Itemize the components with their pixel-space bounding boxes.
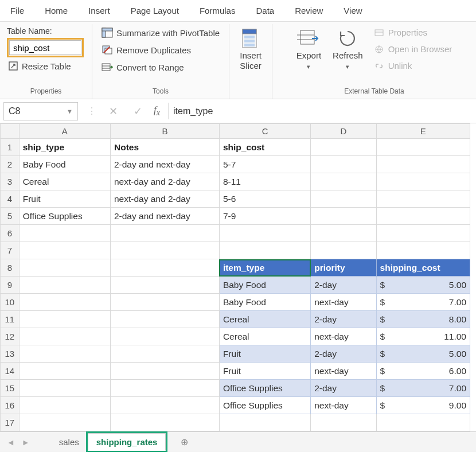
row-header[interactable]: 2 [1,156,19,173]
insert-slicer-button[interactable]: Insert Slicer [234,25,267,71]
row-header[interactable]: 11 [1,311,19,328]
cell[interactable] [110,414,219,431]
row-header[interactable]: 7 [1,242,19,259]
col-header-E[interactable]: E [376,124,470,139]
chevron-down-icon[interactable]: ▼ [67,108,73,115]
cell[interactable] [376,139,470,156]
col-header-A[interactable]: A [19,124,110,139]
cell[interactable]: $9.00 [376,397,470,414]
cell[interactable] [19,328,110,345]
cell[interactable]: $6.00 [376,363,470,380]
cell[interactable]: Cereal [19,173,110,190]
cell[interactable]: $11.00 [376,328,470,345]
menu-review[interactable]: Review [284,3,333,18]
cell[interactable]: next-day and 2-day [110,173,219,190]
cell[interactable]: Office Supplies [219,397,310,414]
cell[interactable]: Office Supplies [19,208,110,225]
fx-icon[interactable]: fx [150,104,168,118]
cell[interactable]: $5.00 [376,277,470,294]
cell[interactable] [19,242,110,259]
cell[interactable] [376,156,470,173]
cell[interactable]: next-day [311,294,376,311]
menu-data[interactable]: Data [245,3,284,18]
menu-view[interactable]: View [333,3,372,18]
row-header[interactable]: 5 [1,208,19,225]
cell[interactable] [219,242,310,259]
cell[interactable] [110,242,219,259]
cell[interactable]: next-day and 2-day [110,190,219,208]
cell[interactable]: $7.00 [376,380,470,397]
tab-nav-prev[interactable]: ◄ [3,437,18,448]
cell[interactable] [219,414,310,431]
cell[interactable] [376,242,470,259]
cell[interactable] [311,225,376,242]
name-box[interactable]: C8 ▼ [3,102,78,120]
cell[interactable] [110,294,219,311]
cell[interactable] [110,225,219,242]
accept-formula-button[interactable]: ✓ [126,105,150,118]
cell[interactable]: Cereal [219,328,310,345]
cell[interactable]: 7-9 [219,208,310,225]
convert-range-button[interactable]: Convert to Range [100,61,221,73]
cell-selected[interactable]: item_type [219,259,310,277]
row-header[interactable]: 4 [1,190,19,208]
row-header[interactable]: 15 [1,380,19,397]
cell[interactable]: next-day [311,397,376,414]
col-header-D[interactable]: D [311,124,376,139]
cell[interactable]: Fruit [219,345,310,363]
cell[interactable] [110,328,219,345]
cell[interactable]: 2-day and next-day [110,156,219,173]
cell[interactable] [110,363,219,380]
cell[interactable]: 2-day [311,380,376,397]
cell[interactable]: 8-11 [219,173,310,190]
cell[interactable] [19,277,110,294]
cell[interactable]: $8.00 [376,311,470,328]
cell[interactable] [376,225,470,242]
cell[interactable] [19,380,110,397]
cell[interactable]: ship_type [19,139,110,156]
menu-pagelayout[interactable]: Page Layout [120,3,189,18]
cell[interactable] [311,173,376,190]
cell[interactable] [19,397,110,414]
cell[interactable] [376,173,470,190]
menu-formulas[interactable]: Formulas [189,3,246,18]
cell[interactable] [19,225,110,242]
menu-file[interactable]: File [0,3,34,18]
menu-insert[interactable]: Insert [78,3,120,18]
table-name-input[interactable] [9,40,81,55]
cell[interactable] [311,139,376,156]
cell[interactable] [311,190,376,208]
row-header[interactable]: 14 [1,363,19,380]
cell[interactable]: Baby Food [219,294,310,311]
cell[interactable] [110,259,219,277]
formula-input[interactable]: item_type [169,106,476,116]
cell[interactable] [19,363,110,380]
cell[interactable] [110,345,219,363]
sheet-tab-sales[interactable]: sales [50,433,88,451]
row-header[interactable]: 3 [1,173,19,190]
cell[interactable] [110,311,219,328]
cell[interactable] [311,414,376,431]
cell[interactable] [110,277,219,294]
cell[interactable]: 2-day [311,345,376,363]
cell[interactable]: next-day [311,363,376,380]
cell[interactable] [376,190,470,208]
row-header[interactable]: 13 [1,345,19,363]
cell[interactable] [311,156,376,173]
row-header[interactable]: 12 [1,328,19,345]
refresh-button[interactable]: Refresh ▾ [328,25,368,71]
cell[interactable] [376,208,470,225]
col-header-C[interactable]: C [219,124,310,139]
cell[interactable] [311,208,376,225]
cell[interactable]: Cereal [219,311,310,328]
spreadsheet-grid[interactable]: A B C D E 1 ship_type Notes ship_cost 2 … [0,123,476,431]
cell[interactable]: Notes [110,139,219,156]
cell[interactable]: 2-day and next-day [110,208,219,225]
row-header[interactable]: 17 [1,414,19,431]
cell[interactable] [311,242,376,259]
cell[interactable] [19,414,110,431]
cell[interactable]: priority [311,259,376,277]
menu-home[interactable]: Home [34,3,78,18]
cell[interactable] [110,397,219,414]
cell[interactable]: $5.00 [376,345,470,363]
